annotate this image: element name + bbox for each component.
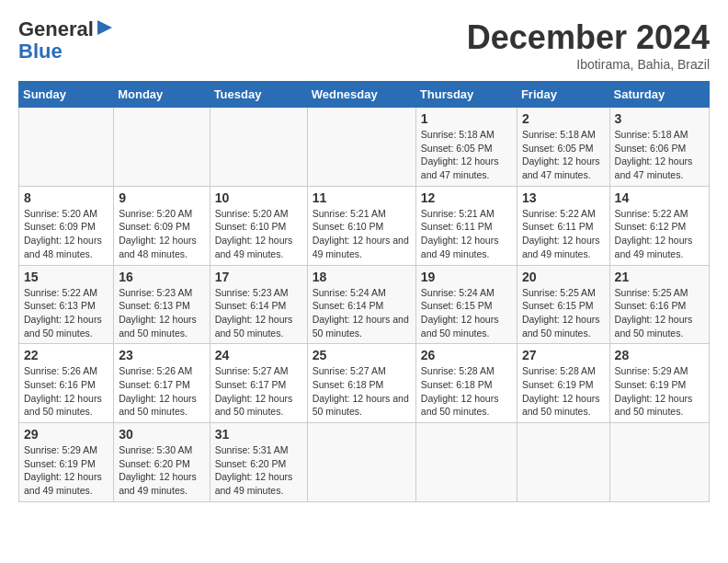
calendar-cell: 31 Sunrise: 5:31 AM Sunset: 6:20 PM Dayl… bbox=[210, 423, 307, 502]
calendar-cell bbox=[19, 108, 114, 187]
calendar-cell: 13 Sunrise: 5:22 AM Sunset: 6:11 PM Dayl… bbox=[517, 186, 609, 265]
day-info: Sunrise: 5:29 AM Sunset: 6:19 PM Dayligh… bbox=[615, 364, 704, 419]
calendar-cell: 25 Sunrise: 5:27 AM Sunset: 6:18 PM Dayl… bbox=[307, 344, 415, 423]
day-number: 18 bbox=[313, 270, 411, 284]
calendar-cell bbox=[307, 108, 415, 187]
day-info: Sunrise: 5:24 AM Sunset: 6:15 PM Dayligh… bbox=[421, 286, 512, 340]
day-info: Sunrise: 5:27 AM Sunset: 6:18 PM Dayligh… bbox=[313, 364, 411, 419]
day-info: Sunrise: 5:28 AM Sunset: 6:19 PM Dayligh… bbox=[522, 364, 605, 419]
header-day: Thursday bbox=[415, 82, 517, 108]
day-number: 23 bbox=[119, 348, 204, 362]
day-info: Sunrise: 5:20 AM Sunset: 6:10 PM Dayligh… bbox=[215, 207, 302, 261]
day-number: 17 bbox=[215, 270, 302, 284]
day-info: Sunrise: 5:23 AM Sunset: 6:14 PM Dayligh… bbox=[215, 286, 302, 340]
svg-marker-0 bbox=[97, 20, 112, 35]
calendar-cell: 15 Sunrise: 5:22 AM Sunset: 6:13 PM Dayl… bbox=[19, 265, 114, 344]
day-number: 3 bbox=[615, 111, 704, 126]
calendar-cell: 14 Sunrise: 5:22 AM Sunset: 6:12 PM Dayl… bbox=[609, 186, 709, 265]
day-info: Sunrise: 5:23 AM Sunset: 6:13 PM Dayligh… bbox=[119, 286, 204, 340]
logo-text: General bbox=[18, 18, 112, 40]
day-number: 29 bbox=[24, 427, 108, 442]
header-day: Monday bbox=[114, 82, 210, 108]
calendar-cell: 12 Sunrise: 5:21 AM Sunset: 6:11 PM Dayl… bbox=[415, 186, 517, 265]
calendar-cell: 28 Sunrise: 5:29 AM Sunset: 6:19 PM Dayl… bbox=[609, 344, 709, 423]
day-number: 30 bbox=[119, 427, 204, 442]
day-info: Sunrise: 5:30 AM Sunset: 6:20 PM Dayligh… bbox=[119, 443, 204, 498]
calendar-cell: 2 Sunrise: 5:18 AM Sunset: 6:05 PM Dayli… bbox=[517, 108, 609, 187]
title-block: December 2024 Ibotirama, Bahia, Brazil bbox=[467, 18, 710, 72]
day-info: Sunrise: 5:22 AM Sunset: 6:13 PM Dayligh… bbox=[24, 286, 108, 340]
header-day: Wednesday bbox=[307, 82, 415, 108]
day-number: 19 bbox=[421, 270, 512, 284]
calendar-cell: 17 Sunrise: 5:23 AM Sunset: 6:14 PM Dayl… bbox=[210, 265, 307, 344]
calendar-cell: 19 Sunrise: 5:24 AM Sunset: 6:15 PM Dayl… bbox=[415, 265, 517, 344]
day-info: Sunrise: 5:28 AM Sunset: 6:18 PM Dayligh… bbox=[421, 364, 512, 419]
day-number: 13 bbox=[522, 190, 605, 205]
day-number: 27 bbox=[522, 348, 605, 362]
day-number: 1 bbox=[421, 111, 512, 126]
calendar-table: SundayMondayTuesdayWednesdayThursdayFrid… bbox=[18, 81, 710, 502]
logo-blue-text: Blue bbox=[18, 40, 63, 63]
logo: General Blue bbox=[18, 18, 112, 63]
day-number: 9 bbox=[119, 190, 204, 205]
calendar-cell: 20 Sunrise: 5:25 AM Sunset: 6:15 PM Dayl… bbox=[517, 265, 609, 344]
day-number: 11 bbox=[313, 190, 411, 205]
day-number: 25 bbox=[313, 348, 411, 362]
calendar-cell: 26 Sunrise: 5:28 AM Sunset: 6:18 PM Dayl… bbox=[415, 344, 517, 423]
day-info: Sunrise: 5:18 AM Sunset: 6:05 PM Dayligh… bbox=[522, 128, 605, 182]
logo-icon bbox=[96, 20, 112, 40]
day-info: Sunrise: 5:25 AM Sunset: 6:16 PM Dayligh… bbox=[615, 286, 704, 340]
page-header: General Blue December 2024 Ibotirama, Ba… bbox=[18, 18, 710, 72]
header-day: Saturday bbox=[609, 82, 709, 108]
calendar-cell: 1 Sunrise: 5:18 AM Sunset: 6:05 PM Dayli… bbox=[415, 108, 517, 187]
day-info: Sunrise: 5:21 AM Sunset: 6:11 PM Dayligh… bbox=[421, 207, 512, 261]
day-info: Sunrise: 5:21 AM Sunset: 6:10 PM Dayligh… bbox=[313, 207, 411, 261]
day-info: Sunrise: 5:27 AM Sunset: 6:17 PM Dayligh… bbox=[215, 364, 302, 419]
day-info: Sunrise: 5:18 AM Sunset: 6:06 PM Dayligh… bbox=[615, 128, 704, 182]
location-subtitle: Ibotirama, Bahia, Brazil bbox=[467, 57, 710, 72]
calendar-cell bbox=[415, 423, 517, 502]
calendar-week: 8 Sunrise: 5:20 AM Sunset: 6:09 PM Dayli… bbox=[19, 186, 710, 265]
calendar-cell bbox=[210, 108, 307, 187]
day-info: Sunrise: 5:22 AM Sunset: 6:12 PM Dayligh… bbox=[615, 207, 704, 261]
day-info: Sunrise: 5:26 AM Sunset: 6:17 PM Dayligh… bbox=[119, 364, 204, 419]
calendar-cell: 18 Sunrise: 5:24 AM Sunset: 6:14 PM Dayl… bbox=[307, 265, 415, 344]
calendar-week: 29 Sunrise: 5:29 AM Sunset: 6:19 PM Dayl… bbox=[19, 423, 710, 502]
day-info: Sunrise: 5:18 AM Sunset: 6:05 PM Dayligh… bbox=[421, 128, 512, 182]
calendar-cell: 23 Sunrise: 5:26 AM Sunset: 6:17 PM Dayl… bbox=[114, 344, 210, 423]
day-number: 15 bbox=[24, 270, 108, 284]
month-title: December 2024 bbox=[467, 18, 710, 57]
day-number: 2 bbox=[522, 111, 605, 126]
calendar-cell: 10 Sunrise: 5:20 AM Sunset: 6:10 PM Dayl… bbox=[210, 186, 307, 265]
day-number: 8 bbox=[24, 190, 108, 205]
calendar-week: 22 Sunrise: 5:26 AM Sunset: 6:16 PM Dayl… bbox=[19, 344, 710, 423]
calendar-cell bbox=[114, 108, 210, 187]
calendar-week: 1 Sunrise: 5:18 AM Sunset: 6:05 PM Dayli… bbox=[19, 108, 710, 187]
calendar-cell: 27 Sunrise: 5:28 AM Sunset: 6:19 PM Dayl… bbox=[517, 344, 609, 423]
day-info: Sunrise: 5:24 AM Sunset: 6:14 PM Dayligh… bbox=[313, 286, 411, 340]
day-number: 21 bbox=[615, 270, 704, 284]
day-number: 28 bbox=[615, 348, 704, 362]
calendar-cell: 8 Sunrise: 5:20 AM Sunset: 6:09 PM Dayli… bbox=[19, 186, 114, 265]
day-info: Sunrise: 5:22 AM Sunset: 6:11 PM Dayligh… bbox=[522, 207, 605, 261]
calendar-cell: 22 Sunrise: 5:26 AM Sunset: 6:16 PM Dayl… bbox=[19, 344, 114, 423]
calendar-cell: 21 Sunrise: 5:25 AM Sunset: 6:16 PM Dayl… bbox=[609, 265, 709, 344]
day-number: 12 bbox=[421, 190, 512, 205]
calendar-cell bbox=[609, 423, 709, 502]
calendar-cell: 3 Sunrise: 5:18 AM Sunset: 6:06 PM Dayli… bbox=[609, 108, 709, 187]
day-info: Sunrise: 5:20 AM Sunset: 6:09 PM Dayligh… bbox=[119, 207, 204, 261]
header-day: Sunday bbox=[19, 82, 114, 108]
calendar-cell bbox=[517, 423, 609, 502]
calendar-cell: 29 Sunrise: 5:29 AM Sunset: 6:19 PM Dayl… bbox=[19, 423, 114, 502]
day-info: Sunrise: 5:29 AM Sunset: 6:19 PM Dayligh… bbox=[24, 443, 108, 498]
calendar-week: 15 Sunrise: 5:22 AM Sunset: 6:13 PM Dayl… bbox=[19, 265, 710, 344]
day-number: 24 bbox=[215, 348, 302, 362]
day-info: Sunrise: 5:25 AM Sunset: 6:15 PM Dayligh… bbox=[522, 286, 605, 340]
day-number: 26 bbox=[421, 348, 512, 362]
header-day: Tuesday bbox=[210, 82, 307, 108]
day-number: 14 bbox=[615, 190, 704, 205]
calendar-cell: 30 Sunrise: 5:30 AM Sunset: 6:20 PM Dayl… bbox=[114, 423, 210, 502]
header-row: SundayMondayTuesdayWednesdayThursdayFrid… bbox=[19, 82, 710, 108]
day-number: 20 bbox=[522, 270, 605, 284]
day-info: Sunrise: 5:31 AM Sunset: 6:20 PM Dayligh… bbox=[215, 443, 302, 498]
